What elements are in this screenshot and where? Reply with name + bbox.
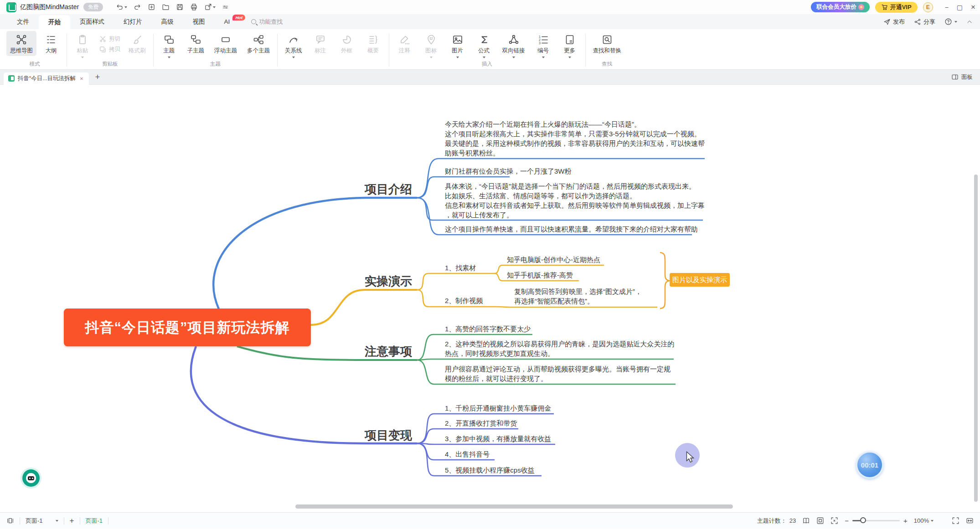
paste-dropdown-caret[interactable] [81,57,84,58]
insert-icon-caret[interactable] [430,57,433,58]
summary-button[interactable]: 概要 [361,31,385,56]
cut-button[interactable]: 剪切 [97,34,122,44]
topic-node[interactable]: 具体来说，“今日话题”就是选择一个当下热门的话题，然后用视频的形式表现出来。 比… [445,181,705,220]
menu-tab-advanced[interactable]: 高级 [152,15,183,28]
topic-dropdown-caret[interactable] [168,57,170,58]
reading-mode-button[interactable] [802,517,810,525]
paste-button[interactable]: 粘贴 [71,31,94,60]
minimize-button[interactable]: − [945,4,949,11]
relationship-line-button[interactable]: 关系线 [281,31,306,60]
callout-button[interactable]: 标注 [309,31,332,56]
menu-tab-slides[interactable]: 幻灯片 [114,15,152,28]
zoom-slider-track[interactable] [852,520,900,522]
maximize-button[interactable]: ▢ [957,4,963,11]
customize-toolbar-button[interactable] [222,4,229,10]
publish-button[interactable]: 发布 [883,18,905,26]
document-tab-close-icon[interactable]: × [79,75,84,82]
subtopic-button[interactable]: 子主题 [184,31,208,56]
bilink-dropdown-caret[interactable] [512,57,515,58]
new-document-button[interactable] [148,3,155,11]
redo-button[interactable] [134,3,141,11]
export-dropdown-caret[interactable] [213,6,216,8]
topic-node[interactable]: 2、这种类型的视频之所以容易获得用户的青睐，是因为选题贴近大众关注的 热点，同时… [445,339,674,358]
topic-node[interactable]: 1、高赞的回答字数不要太少 [445,324,531,334]
member-promo-button[interactable]: 联合会员大放价 [811,2,870,12]
copy-button[interactable]: 拷贝 [97,44,122,55]
fit-window-button[interactable] [830,517,838,525]
topic-node[interactable]: 财门社群有位会员实操，一个月涨了3W粉 [445,166,572,176]
topic-node[interactable]: 4、出售抖音号 [445,449,490,459]
numbering-dropdown-caret[interactable] [542,57,545,58]
topic-node[interactable]: 今天给大家介绍一个近期在抖音上火爆的新玩法——“今日话题”。 这个项目听起来很高… [445,119,705,158]
close-button[interactable]: × [971,3,975,12]
topic-node[interactable]: 1、千粉后开通橱窗挂小黄车赚佣金 [445,403,551,413]
ai-assistant-button[interactable] [22,469,40,487]
summary-topic-node[interactable]: 图片以及实操演示 [670,273,730,287]
formula-dropdown-caret[interactable] [483,57,485,58]
page-select-dropdown[interactable]: 页面-1 [26,517,58,525]
branch-node-monetize[interactable]: 项目变现 [365,427,412,443]
document-tab[interactable]: 抖音“今日...目玩法拆解 × [4,72,89,85]
fullscreen-button[interactable] [952,517,959,525]
open-vip-button[interactable]: 开通VIP [875,2,918,13]
insert-icon-button[interactable]: 图标 [419,31,443,60]
undo-button[interactable] [116,3,127,11]
picture-dropdown-caret[interactable] [456,57,459,58]
menu-tab-file[interactable]: 文件 [7,15,39,28]
topic-node[interactable]: 3、参加中视频，有播放量就有收益 [445,434,551,443]
export-share-button[interactable] [204,3,216,11]
branch-node-notes[interactable]: 注意事项 [365,344,412,360]
numbering-button[interactable]: 123 编号 [531,31,555,60]
topic-node[interactable]: 复制高赞回答到剪映里，选择“图文成片”， 再选择“智能匹配表情包”。 [514,287,642,306]
zoom-slider[interactable]: − + [845,517,908,525]
menu-tab-page-style[interactable]: 页面样式 [70,15,114,28]
more-dropdown-caret[interactable] [568,57,571,58]
mindmap-canvas[interactable]: 抖音“今日话题”项目新玩法拆解 项目介绍 实操演示 注意事项 项目变现 今天给大… [0,85,980,512]
mindmap-mode-button[interactable]: 思维导图 [6,31,36,56]
topic-node[interactable]: 这个项目操作简单快速，而且可以快速积累流量。希望我接下来的介绍对大家有帮助 [445,224,698,234]
new-document-tab-button[interactable]: + [95,72,100,82]
feature-search-input[interactable]: 功能查找 [251,18,283,26]
add-page-button[interactable]: + [70,516,74,525]
page-tab-active[interactable]: 页面-1 [86,517,103,525]
topic-button[interactable]: 主题 [157,31,181,60]
print-button[interactable] [190,3,198,11]
menu-tab-view[interactable]: 视图 [183,15,215,28]
find-replace-button[interactable]: 查找和替换 [589,31,625,56]
open-file-button[interactable] [162,3,170,11]
zoom-in-button[interactable]: + [903,517,908,525]
comment-button[interactable]: 注释 [393,31,417,56]
collapse-ribbon-button[interactable] [966,19,973,25]
outline-mode-button[interactable]: 大纲 [39,31,63,56]
zoom-level-dropdown[interactable]: 100% [914,517,934,524]
share-button[interactable]: 分享 [914,18,935,26]
topic-node[interactable]: 知乎手机版-推荐-高赞 [507,270,573,280]
topic-node[interactable]: 1、找素材 [445,263,476,273]
topic-node[interactable]: 5、视频挂载小程序赚cps收益 [445,465,535,475]
branch-node-intro[interactable]: 项目介绍 [365,181,412,197]
undo-dropdown-caret[interactable] [124,6,127,8]
vertical-scrollbar[interactable] [974,175,978,502]
zoom-out-button[interactable]: − [845,517,849,525]
menu-tab-ai[interactable]: AI Hot [215,16,240,27]
zoom-slider-knob[interactable] [860,517,866,523]
branch-node-demo[interactable]: 实操演示 [365,273,412,289]
topic-node[interactable]: 知乎电脑版-创作中心-近期热点 [507,255,600,264]
topic-node[interactable]: 2、制作视频 [445,296,483,305]
help-dropdown-caret[interactable] [954,21,957,23]
insert-picture-button[interactable]: 图片 [446,31,469,60]
fit-page-button[interactable] [816,517,824,525]
outer-frame-button[interactable]: 外框 [335,31,359,56]
menu-tab-home[interactable]: 开始 [39,15,70,30]
bidirectional-link-button[interactable]: 双向链接 [499,31,529,60]
multi-topic-button[interactable]: 多个主题 [243,31,273,56]
fit-width-button[interactable] [966,517,974,525]
zoom-level-caret[interactable] [931,520,934,522]
recording-timer-bubble[interactable]: 00:01 [856,451,883,479]
save-button[interactable] [176,3,184,11]
page-select-caret[interactable] [56,520,58,522]
topic-node[interactable]: 2、开直播收打赏和带货 [445,418,517,428]
more-insert-button[interactable]: 更多 [558,31,582,60]
format-painter-button[interactable]: 格式刷 [125,31,150,56]
topic-node[interactable]: 用户很容易通过评论互动，从而帮助视频获得更多曝光。当账号拥有一定规 模的粉丝后，… [445,364,671,383]
